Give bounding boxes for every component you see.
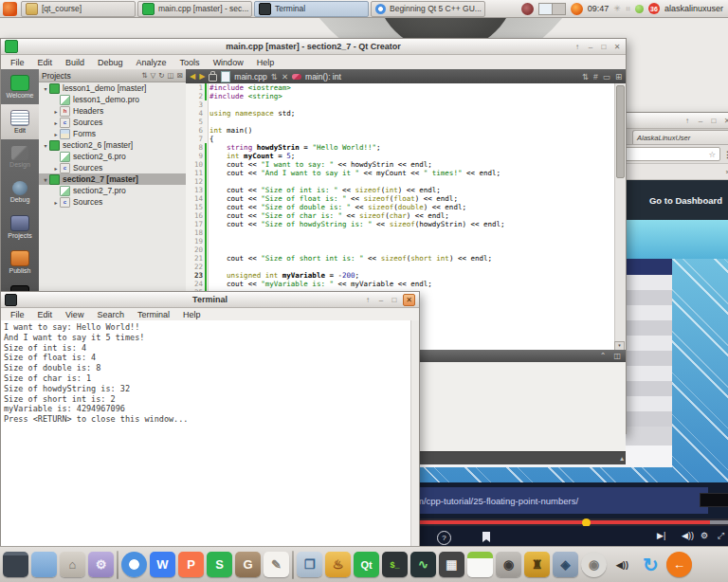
close-document-icon[interactable]: ✕ [282,72,288,82]
chess-icon[interactable]: ♜ [524,552,550,577]
menu-build[interactable]: Build [60,57,90,68]
browser-tab[interactable]: AlaskaLinuxUser [632,130,728,144]
bookmark-ribbon-icon[interactable] [482,532,490,542]
tree-item[interactable]: ▸cSources [39,196,186,208]
status-green-icon[interactable] [635,5,644,13]
terminal-menu-terminal[interactable]: Terminal [132,309,175,320]
notification-badge[interactable]: 36 [648,3,660,14]
next-lecture-icon[interactable]: ▶| [657,531,665,540]
help-icon[interactable]: ? [437,531,451,545]
expander-icon[interactable]: ▸ [52,108,60,115]
wps-writer-icon[interactable]: W [150,552,175,577]
system-monitor-icon[interactable]: ∿ [410,552,436,577]
terminal-menu-file[interactable]: File [5,309,30,320]
panel-window-button[interactable]: [qt_course] [21,1,136,17]
tree-item[interactable]: ▸cSources [39,162,186,173]
panel-window-button[interactable]: main.cpp [master] - sec... [137,1,252,17]
chromium-icon[interactable] [121,552,147,577]
symbol-selector[interactable]: main(): int [305,72,341,82]
wps-presentation-icon[interactable]: P [178,552,204,577]
split-editor-icon[interactable]: ⊞ [615,72,622,82]
maximize-icon[interactable]: □ [390,296,399,304]
remote-screens-icon[interactable]: ❐ [297,552,322,577]
expander-icon[interactable]: ▸ [52,199,60,206]
qtcreator-titlebar[interactable]: main.cpp [master] - section2_7 - Qt Crea… [1,39,626,55]
tree-item[interactable]: ▾section2_7 [master] [39,173,186,185]
tree-item[interactable]: lesson1_demo.pro [39,94,186,105]
refresh-icon[interactable]: ↻ [638,552,664,577]
sync-icon[interactable]: ↻ [158,71,164,80]
robot-icon[interactable]: ◈ [553,552,578,577]
minus-icon[interactable]: ▭ [603,72,610,82]
settings-folder-icon[interactable]: ⚙ [88,552,114,577]
tree-item[interactable]: section2_6.pro [39,151,186,162]
tree-item[interactable]: ▸hHeaders [39,105,186,117]
terminal-menu-edit[interactable]: Edit [32,309,59,320]
wps-spreadsheets-icon[interactable]: S [207,552,232,577]
maximize-icon[interactable]: □ [709,117,719,125]
open-document-selector[interactable]: main.cpp [234,72,267,82]
symbol-dropdown-icon[interactable]: ⇅ [582,72,589,82]
close-icon[interactable]: ✕ [403,294,415,306]
close-icon[interactable]: ✕ [612,43,622,51]
terminal-scrollbar[interactable] [410,320,419,546]
expander-icon[interactable]: ▾ [42,142,49,149]
menu-window[interactable]: Window [208,57,249,68]
tree-item[interactable]: ▾lesson1_demo [master] [39,82,186,94]
minimize-icon[interactable]: – [376,296,386,304]
tree-item[interactable]: ▸cSources [39,117,186,128]
go-to-dashboard-button[interactable]: Go to Dashboard [649,195,722,206]
expander-icon[interactable]: ▾ [42,85,49,92]
workspace-switcher[interactable] [538,3,566,15]
mode-projects[interactable]: Projects [1,209,39,245]
projects-pane-title[interactable]: Projects [42,71,71,81]
firefox-icon[interactable] [571,3,583,15]
media-player-icon[interactable]: ◉ [581,552,607,577]
mode-edit[interactable]: Edit [1,104,39,139]
shade-icon[interactable]: ↑ [682,117,692,125]
file-manager-icon[interactable] [31,552,57,577]
home-folder-icon[interactable]: ⌂ [60,552,85,577]
menu-help[interactable]: Help [251,57,281,68]
split-pane-icon[interactable]: ◫ [168,71,174,80]
document-dropdown-icon[interactable]: ⇅ [271,72,278,82]
terminal2-icon[interactable]: $_ [382,552,408,577]
line-column-icon[interactable]: # [593,72,598,82]
editor-vertical-scrollbar[interactable]: ▾ [614,83,626,350]
applications-menu-icon[interactable] [3,2,17,16]
tree-item[interactable]: ▸Forms [39,128,186,139]
tray-icon-a[interactable]: ✳ [613,4,621,13]
tree-item[interactable]: ▾section2_6 [master] [39,139,186,151]
pane-collapse-icon[interactable]: ⌃ [600,352,607,360]
scrollbar-thumb[interactable] [616,85,625,178]
go-forward-icon[interactable]: ▶ [199,72,205,81]
mode-design[interactable]: Design [1,139,39,174]
panel-window-button[interactable]: Terminal [254,1,369,17]
pane-split-icon[interactable]: ◫ [613,352,621,360]
maximize-icon[interactable]: □ [599,43,609,51]
fan-applet-icon[interactable] [521,3,534,15]
expander-icon[interactable]: ▾ [42,176,49,183]
terminal-launcher-icon[interactable] [3,552,28,577]
text-editor-icon[interactable]: ✎ [264,552,289,577]
filter-icon[interactable]: ▽ [151,71,156,80]
terminal-menu-view[interactable]: View [60,309,89,320]
video-progress-bar[interactable] [409,518,728,526]
mode-debug[interactable]: Debug [1,174,39,209]
gimp-icon[interactable]: G [235,552,261,577]
expander-icon[interactable]: ▸ [52,119,60,126]
menu-file[interactable]: File [5,57,30,68]
settings-gear-icon[interactable]: ⚙ [701,531,708,540]
shade-icon[interactable]: ↑ [363,296,373,304]
shade-icon[interactable]: ↑ [573,43,582,51]
mode-publish[interactable]: Publish [1,245,39,280]
tray-icon-b[interactable]: ⌗ [626,4,630,14]
calculator-icon[interactable]: ▦ [439,552,464,577]
go-back-icon[interactable]: ◀ [190,72,195,81]
maximize-output-icon[interactable]: ▴ [620,454,624,463]
terminal-titlebar[interactable]: Terminal ↑ – □ ✕ [1,292,419,308]
minimize-icon[interactable]: – [696,117,705,125]
volume-icon[interactable]: ◀)) [682,531,694,540]
calendar-icon[interactable] [467,552,493,577]
menu-debug[interactable]: Debug [92,57,129,68]
